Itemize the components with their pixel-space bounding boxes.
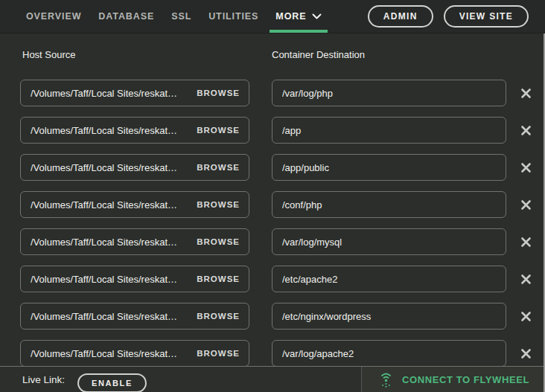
remove-row-button[interactable]: [517, 234, 535, 251]
connect-to-flywheel-label: CONNECT TO FLYWHEEL: [402, 374, 529, 385]
remove-row-button[interactable]: [517, 308, 535, 325]
container-destination-input[interactable]: [272, 303, 506, 330]
host-source-field[interactable]: /Volumes/Taff/Local Sites/reskat… BROWSE: [20, 117, 249, 144]
browse-button[interactable]: BROWSE: [197, 349, 240, 358]
container-destination-input[interactable]: [272, 266, 506, 292]
volume-row: /Volumes/Taff/Local Sites/reskat… BROWSE: [20, 191, 545, 218]
tab-ssl[interactable]: SSL: [171, 0, 191, 33]
local-site-window: OVERVIEW DATABASE SSL UTILITIES MORE ADM…: [0, 0, 545, 392]
live-link-section: Live Link: ENABLE: [0, 367, 361, 392]
close-icon: [520, 88, 532, 99]
volume-row: /Volumes/Taff/Local Sites/reskat… BROWSE: [20, 303, 545, 330]
container-destination-input[interactable]: [272, 117, 506, 144]
volume-row: /Volumes/Taff/Local Sites/reskat… BROWSE: [20, 266, 545, 292]
container-destination-input[interactable]: [272, 228, 506, 255]
host-source-field[interactable]: /Volumes/Taff/Local Sites/reskat… BROWSE: [20, 80, 249, 106]
tab-utilities[interactable]: UTILITIES: [208, 0, 258, 33]
site-nav-bar: OVERVIEW DATABASE SSL UTILITIES MORE ADM…: [0, 0, 545, 33]
volume-row: /Volumes/Taff/Local Sites/reskat… BROWSE: [20, 80, 545, 106]
container-destination-input[interactable]: [272, 340, 506, 366]
host-source-value: /Volumes/Taff/Local Sites/reskat…: [31, 311, 190, 322]
view-site-button[interactable]: VIEW SITE: [444, 5, 529, 28]
host-source-field[interactable]: /Volumes/Taff/Local Sites/reskat… BROWSE: [20, 191, 249, 218]
host-source-value: /Volumes/Taff/Local Sites/reskat…: [31, 348, 190, 359]
chevron-down-icon: [312, 13, 322, 19]
browse-button[interactable]: BROWSE: [197, 312, 240, 321]
remove-row-button[interactable]: [517, 345, 535, 362]
browse-button[interactable]: BROWSE: [197, 89, 240, 97]
remove-row-button[interactable]: [517, 196, 535, 213]
container-destination-header: Container Destination: [272, 49, 365, 61]
volume-row: /Volumes/Taff/Local Sites/reskat… BROWSE: [20, 154, 545, 181]
close-icon: [520, 311, 532, 322]
active-tab-underline: [270, 30, 328, 33]
remove-row-button[interactable]: [517, 159, 535, 176]
volume-row: /Volumes/Taff/Local Sites/reskat… BROWSE: [20, 228, 545, 255]
container-destination-input[interactable]: [272, 154, 506, 181]
close-icon: [520, 348, 532, 359]
host-source-value: /Volumes/Taff/Local Sites/reskat…: [31, 88, 190, 99]
host-source-field[interactable]: /Volumes/Taff/Local Sites/reskat… BROWSE: [20, 340, 249, 366]
close-icon: [520, 125, 532, 136]
browse-button[interactable]: BROWSE: [197, 200, 240, 209]
close-icon: [520, 199, 532, 211]
volume-row: /Volumes/Taff/Local Sites/reskat… BROWSE: [20, 117, 545, 144]
remove-row-button[interactable]: [517, 85, 535, 102]
tab-database[interactable]: DATABASE: [98, 0, 154, 33]
nav-actions: ADMIN VIEW SITE: [368, 5, 529, 28]
close-icon: [520, 274, 532, 285]
volume-row: /Volumes/Taff/Local Sites/reskat… BROWSE: [20, 340, 545, 366]
host-source-field[interactable]: /Volumes/Taff/Local Sites/reskat… BROWSE: [20, 228, 249, 255]
flywheel-icon: [380, 371, 392, 388]
close-icon: [520, 162, 532, 173]
connect-to-flywheel-button[interactable]: CONNECT TO FLYWHEEL: [361, 367, 545, 392]
live-link-label: Live Link:: [22, 374, 65, 385]
remove-row-button[interactable]: [517, 122, 535, 139]
footer-bar: Live Link: ENABLE CONNECT TO FLYWHEEL: [0, 366, 545, 392]
tab-more[interactable]: MORE: [275, 0, 322, 33]
tab-more-label: MORE: [275, 11, 306, 22]
close-icon: [520, 237, 532, 248]
browse-button[interactable]: BROWSE: [197, 274, 240, 283]
host-source-value: /Volumes/Taff/Local Sites/reskat…: [31, 125, 190, 136]
column-headers: Host Source Container Destination: [20, 49, 545, 61]
host-source-value: /Volumes/Taff/Local Sites/reskat…: [31, 237, 190, 248]
volume-rows: /Volumes/Taff/Local Sites/reskat… BROWSE…: [20, 80, 545, 366]
volumes-panel: Host Source Container Destination /Volum…: [0, 33, 545, 366]
tab-overview[interactable]: OVERVIEW: [26, 0, 81, 33]
enable-live-link-button[interactable]: ENABLE: [77, 373, 147, 392]
browse-button[interactable]: BROWSE: [197, 237, 240, 246]
host-source-field[interactable]: /Volumes/Taff/Local Sites/reskat… BROWSE: [20, 154, 249, 181]
admin-button[interactable]: ADMIN: [368, 5, 433, 28]
host-source-field[interactable]: /Volumes/Taff/Local Sites/reskat… BROWSE: [20, 266, 249, 292]
host-source-value: /Volumes/Taff/Local Sites/reskat…: [31, 162, 190, 173]
nav-tabs: OVERVIEW DATABASE SSL UTILITIES MORE: [26, 0, 322, 33]
host-source-value: /Volumes/Taff/Local Sites/reskat…: [31, 274, 190, 285]
remove-row-button[interactable]: [517, 271, 535, 288]
host-source-header: Host Source: [20, 49, 272, 61]
browse-button[interactable]: BROWSE: [197, 126, 240, 135]
container-destination-input[interactable]: [272, 191, 506, 218]
host-source-field[interactable]: /Volumes/Taff/Local Sites/reskat… BROWSE: [20, 303, 249, 330]
browse-button[interactable]: BROWSE: [197, 163, 240, 172]
host-source-value: /Volumes/Taff/Local Sites/reskat…: [31, 199, 190, 211]
container-destination-input[interactable]: [272, 80, 506, 106]
